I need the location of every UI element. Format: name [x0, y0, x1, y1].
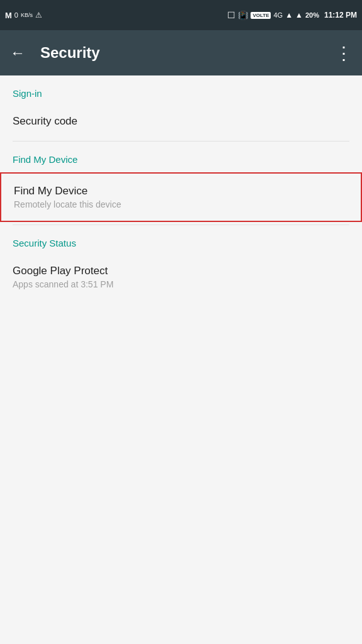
clock: 11:12 PM: [324, 11, 357, 19]
status-bar: M 0 KB/s ⚠ ☐ 📳 VOLTE 4G ▲ ▲ 20% 11:12 PM: [0, 0, 362, 30]
phone-icon: ☐: [227, 10, 235, 20]
page-title: Security: [40, 44, 100, 62]
security-status-section-header: Security Status: [0, 225, 362, 253]
gmail-icon: M: [5, 11, 12, 20]
security-code-title: Security code: [13, 115, 349, 128]
battery-level: 20%: [305, 11, 319, 19]
app-bar-left: ← Security: [10, 44, 100, 62]
data-unit: KB/s: [21, 12, 33, 18]
volte-badge: VOLTE: [251, 12, 271, 19]
google-play-protect-item[interactable]: Google Play Protect Apps scanned at 3:51…: [0, 253, 362, 301]
network-type: 4G: [273, 11, 283, 19]
google-play-protect-subtitle: Apps scanned at 3:51 PM: [13, 279, 349, 289]
back-button[interactable]: ←: [10, 44, 25, 62]
settings-content: Sign-in Security code Find My Device Fin…: [0, 75, 362, 301]
signal-icon: ▲: [285, 11, 293, 19]
google-play-protect-title: Google Play Protect: [13, 265, 349, 277]
data-speed: 0: [14, 11, 18, 19]
app-bar: ← Security ⋮: [0, 30, 362, 75]
find-my-device-title: Find My Device: [14, 185, 348, 197]
more-options-button[interactable]: ⋮: [335, 43, 352, 64]
status-bar-left: M 0 KB/s ⚠: [5, 11, 42, 20]
find-my-device-section-header: Find My Device: [0, 142, 362, 170]
status-bar-right: ☐ 📳 VOLTE 4G ▲ ▲ 20% 11:12 PM: [227, 10, 357, 20]
find-my-device-subtitle: Remotely locate this device: [14, 199, 348, 209]
warning-icon: ⚠: [35, 11, 42, 19]
sign-in-section-header: Sign-in: [0, 75, 362, 104]
vibrate-icon: 📳: [238, 11, 248, 20]
find-my-device-item[interactable]: Find My Device Remotely locate this devi…: [0, 172, 362, 222]
security-code-item[interactable]: Security code: [0, 104, 362, 141]
signal-icon2: ▲: [295, 11, 303, 19]
